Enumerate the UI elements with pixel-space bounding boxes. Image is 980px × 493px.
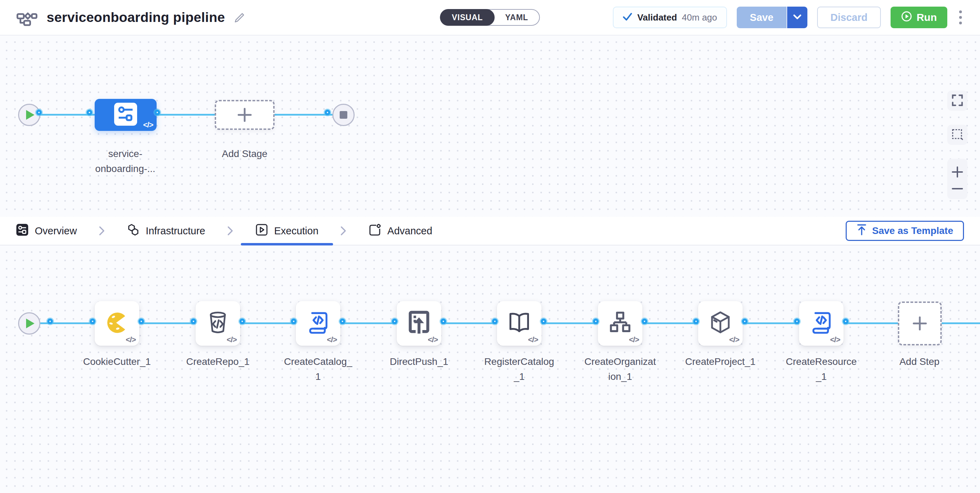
chevron-right-icon	[227, 226, 234, 236]
port[interactable]	[642, 319, 647, 324]
zoom-in-button[interactable]	[950, 166, 966, 179]
run-button[interactable]: Run	[891, 6, 947, 28]
port[interactable]	[843, 319, 848, 324]
run-label: Run	[917, 11, 937, 23]
port[interactable]	[36, 110, 42, 115]
pipeline-end-node[interactable]	[332, 104, 355, 126]
yaml-code-glyph: </>	[143, 120, 153, 129]
validated-label: Validated	[637, 12, 677, 23]
repo-bucket-icon	[206, 310, 230, 337]
step-card-registercatalog[interactable]: </>	[497, 301, 541, 346]
add-step-button[interactable]	[898, 302, 942, 345]
pipeline-start-node[interactable]	[18, 104, 40, 126]
port[interactable]	[693, 319, 699, 324]
step-card-createcatalog[interactable]: </>	[296, 301, 340, 346]
yaml-code-glyph: </>	[729, 335, 739, 344]
toggle-visual[interactable]: VISUAL	[440, 9, 495, 26]
direct-push-icon	[407, 310, 431, 337]
execution-icon	[255, 223, 268, 238]
step-card-createresource[interactable]: </>	[799, 301, 843, 346]
port[interactable]	[138, 319, 144, 324]
fullscreen-icon	[951, 94, 964, 108]
step-label: CreateProject_1	[684, 354, 756, 369]
save-split-button: Save	[737, 6, 808, 28]
stop-square-icon	[340, 111, 347, 119]
toggle-yaml[interactable]: YAML	[493, 9, 540, 26]
validated-badge[interactable]: Validated 40m ago	[613, 6, 727, 28]
chevron-right-icon	[340, 226, 347, 236]
port[interactable]	[239, 319, 245, 324]
port[interactable]	[154, 110, 160, 115]
fit-to-screen-button[interactable]	[947, 91, 967, 111]
yaml-code-glyph: </>	[629, 335, 639, 344]
port[interactable]	[742, 319, 748, 324]
tab-overview[interactable]: Overview	[16, 217, 77, 245]
step-card-createproject[interactable]: </>	[698, 301, 743, 346]
stage-config-tabbar: Overview Infrastructure Execut	[0, 217, 980, 246]
pencil-icon	[234, 11, 247, 24]
more-options-button[interactable]	[957, 8, 964, 27]
port[interactable]	[541, 319, 546, 324]
step-label: RegisterCatalog_1	[484, 354, 555, 385]
save-dropdown-button[interactable]	[786, 6, 807, 28]
canvas-controls	[947, 91, 967, 199]
step-card-createrepo[interactable]: </>	[196, 301, 240, 346]
step-label: CreateCatalog_1	[282, 354, 354, 385]
add-step-label: Add Step	[885, 354, 954, 369]
stage-canvas[interactable]: </> service-onboarding-... Add Stage	[0, 35, 980, 217]
yaml-code-glyph: </>	[830, 335, 840, 344]
execution-canvas[interactable]: </> </>	[0, 246, 980, 493]
step-label: DirectPush_1	[383, 354, 455, 369]
open-book-icon	[507, 311, 531, 336]
start-play-icon	[26, 319, 35, 328]
port[interactable]	[325, 110, 330, 115]
page-title: serviceonboarding pipeline	[47, 10, 225, 25]
marquee-select-icon	[951, 128, 964, 142]
step-label: CreateOrganization_1	[584, 354, 656, 385]
zoom-out-button[interactable]	[950, 186, 966, 192]
run-play-icon	[901, 11, 912, 24]
execution-start-node[interactable]	[18, 312, 40, 335]
port[interactable]	[87, 110, 92, 115]
select-area-button[interactable]	[947, 124, 967, 145]
port[interactable]	[191, 319, 196, 324]
start-play-icon	[26, 110, 35, 120]
tab-execution[interactable]: Execution	[255, 217, 318, 245]
tab-advanced[interactable]: Advanced	[369, 217, 432, 245]
step-card-directpush[interactable]: </>	[397, 301, 441, 346]
yaml-code-glyph: </>	[227, 335, 237, 344]
edit-title-button[interactable]	[234, 11, 247, 24]
add-stage-button[interactable]	[215, 100, 275, 130]
port[interactable]	[90, 319, 95, 324]
resource-scroll-icon	[809, 311, 834, 336]
visual-yaml-toggle: VISUAL YAML	[440, 9, 540, 26]
port[interactable]	[291, 319, 296, 324]
stage-label: service-onboarding-...	[92, 146, 158, 177]
discard-button[interactable]: Discard	[817, 6, 880, 28]
zoom-controls	[947, 159, 967, 199]
port[interactable]	[593, 319, 598, 324]
validated-time: 40m ago	[682, 12, 717, 23]
stage-pipeline-icon	[114, 103, 137, 127]
tab-infrastructure[interactable]: Infrastructure	[127, 217, 205, 245]
step-card-cookiecutter[interactable]: </>	[95, 301, 139, 346]
port[interactable]	[340, 319, 345, 324]
chevron-right-icon	[99, 226, 105, 236]
plus-icon	[951, 166, 963, 179]
port[interactable]	[794, 319, 800, 324]
yaml-code-glyph: </>	[428, 335, 438, 344]
yaml-code-glyph: </>	[126, 335, 136, 344]
step-label: CreateResource_1	[786, 354, 857, 385]
plus-icon	[238, 108, 251, 122]
save-as-template-button[interactable]: Save as Template	[846, 221, 964, 241]
yaml-code-glyph: </>	[327, 335, 337, 344]
save-button[interactable]: Save	[737, 6, 787, 28]
port[interactable]	[441, 319, 446, 324]
port[interactable]	[492, 319, 498, 324]
step-card-createorganization[interactable]: </>	[598, 301, 643, 346]
infrastructure-icon	[127, 223, 140, 238]
port[interactable]	[47, 319, 53, 324]
cookiecutter-icon	[104, 310, 129, 337]
port[interactable]	[392, 319, 398, 324]
stage-node-service-onboarding[interactable]: </>	[95, 99, 157, 131]
